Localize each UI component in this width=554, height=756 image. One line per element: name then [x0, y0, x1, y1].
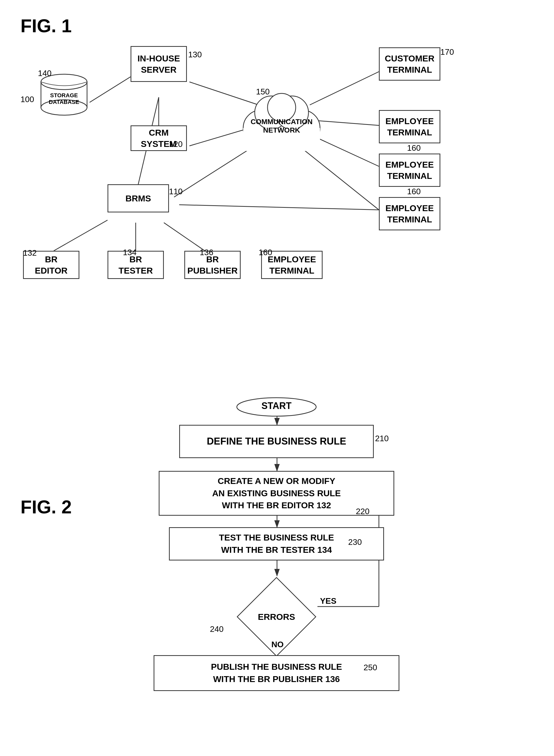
- ref-170: 170: [440, 47, 454, 57]
- inhouse-server-box: IN-HOUSESERVER: [130, 46, 187, 82]
- ref-132: 132: [23, 248, 37, 258]
- step-210-box: DEFINE THE BUSINESS RULE: [179, 425, 374, 458]
- svg-line-15: [179, 205, 379, 210]
- employee-terminal-1-box: EMPLOYEETERMINAL: [379, 110, 440, 143]
- ref-240: 240: [210, 625, 223, 634]
- svg-text:DATABASE: DATABASE: [49, 99, 79, 105]
- ref-220: 220: [356, 507, 370, 516]
- svg-line-14: [164, 223, 205, 251]
- cloud-svg: COMMUNICATION NETWORK: [235, 87, 328, 159]
- brms-box: BRMS: [108, 184, 169, 213]
- storage-database-svg: STORAGE DATABASE: [39, 72, 90, 118]
- svg-text:NETWORK: NETWORK: [263, 126, 300, 134]
- employee-terminal-3-box: EMPLOYEETERMINAL: [379, 197, 440, 230]
- ref-100: 100: [20, 95, 34, 104]
- ref-120: 120: [169, 139, 182, 149]
- no-label: NO: [271, 640, 284, 649]
- start-svg: START: [235, 397, 318, 417]
- ref-160-1: 160: [407, 143, 421, 153]
- ref-130: 130: [188, 50, 202, 59]
- step-250-box: PUBLISH THE BUSINESS RULEWITH THE BR PUB…: [154, 655, 399, 691]
- yes-label: YES: [320, 596, 336, 606]
- svg-point-35: [268, 94, 296, 122]
- svg-text:START: START: [261, 401, 291, 411]
- fig2-label: FIG. 2: [20, 497, 72, 518]
- fig1-label: FIG. 1: [20, 15, 72, 36]
- customer-terminal-box: CUSTOMERTERMINAL: [379, 47, 440, 80]
- ref-230: 230: [348, 537, 362, 547]
- employee-terminal-2-box: EMPLOYEETERMINAL: [379, 154, 440, 187]
- svg-text:STORAGE: STORAGE: [50, 92, 78, 99]
- errors-label: ERRORS: [258, 612, 295, 622]
- svg-line-12: [54, 220, 108, 251]
- ref-250: 250: [364, 663, 377, 672]
- ref-140: 140: [38, 69, 51, 78]
- page: FIG. 1 100 STORAGE DATABASE 140 IN-HOUSE…: [0, 0, 554, 756]
- ref-210: 210: [375, 434, 389, 443]
- ref-160-3: 160: [259, 248, 272, 257]
- communication-network-cloud: COMMUNICATION NETWORK: [235, 87, 328, 160]
- ref-136: 136: [200, 248, 213, 257]
- storage-database-node: STORAGE DATABASE: [39, 72, 90, 118]
- ref-110: 110: [169, 187, 182, 196]
- ref-150: 150: [256, 87, 270, 97]
- ref-160-2: 160: [407, 187, 421, 196]
- ref-134: 134: [123, 248, 136, 257]
- svg-line-11: [90, 77, 130, 102]
- svg-text:COMMUNICATION: COMMUNICATION: [251, 118, 313, 126]
- start-oval: START: [235, 397, 318, 417]
